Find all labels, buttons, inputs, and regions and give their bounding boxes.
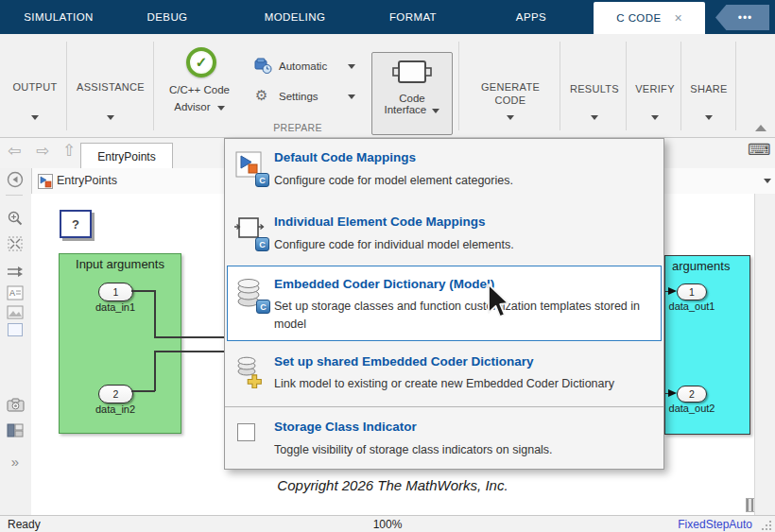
simulink-model-icon [38,174,53,189]
menu-item-individual-element-code-mappings[interactable]: Individual Element Code Mappings [274,215,486,229]
menu-item-individual-element-code-mappings-desc: Configure code for individual model elem… [274,236,648,254]
code-interface-label-line1: Code [372,93,452,104]
forward-arrow-icon[interactable]: ⇨ [36,141,49,161]
menu-divider [225,406,663,407]
group-generate-code[interactable]: GENERATE [468,81,553,93]
chevron-down-icon[interactable] [348,94,355,99]
back-arrow-icon[interactable]: ⇦ [8,141,21,161]
chevron-down-icon[interactable] [31,115,39,120]
minimize-ribbon-icon[interactable] [755,125,766,131]
menu-item-default-code-mappings[interactable]: Default Code Mappings [274,150,416,164]
palette-expand-icon[interactable]: » [6,452,25,471]
chevron-down-icon[interactable] [705,115,713,120]
code-advisor-icon[interactable]: ✓ [186,47,216,77]
library-browser-icon[interactable] [6,420,25,439]
tab-format[interactable]: FORMAT [389,0,437,34]
toolstrip-tab-bar: SIMULATION DEBUG MODELING FORMAT APPS C … [0,0,775,34]
breadcrumb-item[interactable]: EntryPoints [57,174,117,187]
up-arrow-icon[interactable]: ⇧ [62,141,76,161]
ellipsis-icon: ••• [738,11,753,25]
copyright-annotation: Copyright 2026 The MathWorks, Inc. [31,477,754,493]
menu-item-embedded-coder-dictionary-desc: Set up storage classes and function cust… [274,298,648,334]
tab-c-code-active[interactable]: C CODE × [594,2,705,34]
input-block-title: Input arguments [60,257,181,271]
svg-text:A: A [9,288,15,298]
signal-wire[interactable] [131,290,155,292]
automatic-button[interactable]: Automatic [279,60,327,72]
code-advisor-label-line2[interactable]: Advisor [159,101,240,112]
code-advisor-label-line1[interactable]: C/C++ Code [159,84,240,95]
signal-wire[interactable] [131,390,155,392]
inport-2[interactable]: 2 [98,385,133,403]
chevron-down-icon[interactable] [591,115,598,120]
ribbon-separator [66,42,67,130]
code-interface-label-line2: Interface [372,104,452,115]
more-tabs-button[interactable]: ••• [715,5,769,30]
menu-item-storage-class-indicator-desc: Toggle visibility of storage class indic… [274,441,648,459]
wire-arrowhead-icon [668,287,677,295]
c-badge-icon: C [255,237,269,251]
ribbon-separator [680,42,681,130]
embedded-coder-dictionary-icon: C [235,277,267,311]
menu-item-shared-coder-dictionary-desc: Link model to existing or create new Emb… [274,375,662,393]
output-block-title: arguments [672,259,730,273]
group-results[interactable]: RESULTS [567,83,622,94]
unknown-block[interactable]: ? [60,210,92,238]
zoom-in-icon[interactable] [6,209,25,228]
group-share[interactable]: SHARE [682,83,735,94]
group-label-prepare: PREPARE [269,122,326,133]
tab-c-code-label: C CODE [616,12,661,24]
outport-2-label: data_out2 [666,403,717,414]
tab-simulation[interactable]: SIMULATION [24,0,93,34]
signal-wire[interactable] [154,351,226,352]
box-area-icon[interactable] [6,320,25,339]
status-zoom-level: 100% [0,518,775,531]
screenshot-camera-icon[interactable] [6,395,25,414]
chevron-down-icon[interactable] [764,179,771,183]
inport-1[interactable]: 1 [98,283,133,301]
signal-wire[interactable] [154,290,156,337]
hide-browser-icon[interactable] [6,170,25,189]
outport-1[interactable]: 1 [677,283,707,300]
chevron-down-icon[interactable] [217,106,225,111]
automatic-build-icon [254,58,272,74]
chevron-down-icon[interactable] [107,115,114,120]
c-badge-icon: C [256,300,270,314]
mouse-cursor [487,283,511,319]
status-solver-link[interactable]: FixedStepAuto [678,518,752,531]
vertical-scrollbar[interactable] [754,194,775,515]
image-icon[interactable] [6,302,25,321]
annotation-icon[interactable]: A [6,283,25,302]
menu-item-embedded-coder-dictionary-title[interactable]: Embedded Coder Dictionary (Model) [274,277,494,291]
chevron-down-icon[interactable] [507,115,514,120]
inport-2-label: data_in2 [88,403,143,415]
outport-2[interactable]: 2 [677,386,707,403]
signal-routing-icon[interactable] [6,263,25,282]
document-tab-entrypoints[interactable]: EntryPoints [80,143,173,169]
settings-button[interactable]: Settings [279,91,319,102]
group-assistance[interactable]: ASSISTANCE [72,81,149,93]
tab-apps[interactable]: APPS [516,0,546,34]
close-tab-icon[interactable]: × [674,11,681,25]
group-verify[interactable]: VERIFY [629,83,680,94]
resize-grip-icon[interactable] [761,520,772,531]
check-icon: ✓ [196,54,208,71]
storage-class-indicator-checkbox[interactable] [237,423,255,441]
signal-wire[interactable] [154,352,156,391]
chevron-down-icon[interactable] [651,115,659,120]
keyboard-icon[interactable]: ⌨ [748,140,771,160]
menu-item-shared-coder-dictionary[interactable]: Set up shared Embedded Coder Dictionary [274,354,534,369]
menu-item-storage-class-indicator[interactable]: Storage Class Indicator [274,420,417,434]
menu-item-default-code-mappings-desc: Configure code for model element categor… [274,172,648,190]
tab-debug[interactable]: DEBUG [147,0,188,34]
chevron-down-icon[interactable] [348,64,355,69]
fit-to-view-icon[interactable] [6,234,25,253]
tab-modeling[interactable]: MODELING [265,0,326,34]
group-output[interactable]: OUTPUT [6,81,64,93]
code-interface-icon [392,59,432,87]
signal-wire[interactable] [154,336,226,338]
individual-element-code-mappings-icon: C [234,215,267,249]
code-interface-button[interactable]: Code Interface [371,52,453,135]
shared-coder-dictionary-icon [235,354,267,388]
group-generate-code-line2[interactable]: CODE [468,94,553,106]
